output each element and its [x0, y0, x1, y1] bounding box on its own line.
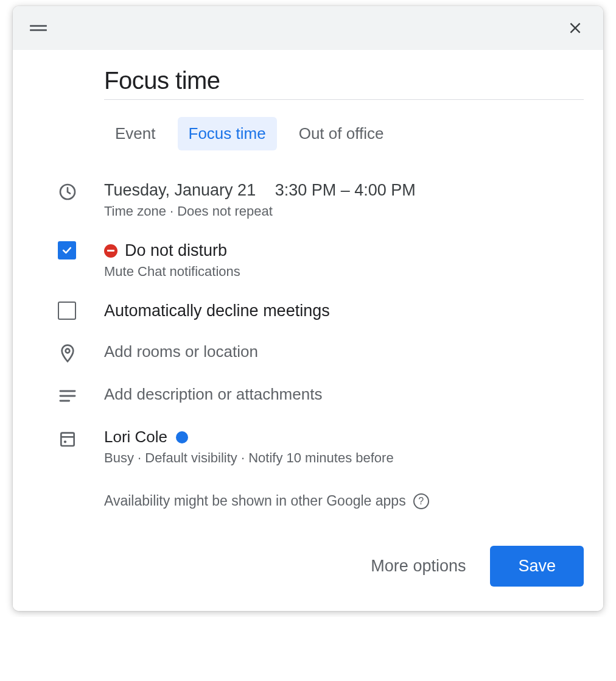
help-icon[interactable]: ? — [413, 493, 429, 509]
datetime-text: Tuesday, January 21 3:30 PM – 4:00 PM — [104, 181, 584, 200]
auto-decline-checkbox[interactable] — [58, 302, 76, 320]
do-not-disturb-icon — [104, 244, 117, 258]
svg-point-1 — [66, 349, 70, 353]
date-text: Tuesday, January 21 — [104, 181, 256, 199]
title-input[interactable] — [104, 67, 584, 100]
clock-icon — [58, 182, 77, 202]
tab-focus-time[interactable]: Focus time — [178, 117, 277, 150]
availability-note-text: Availability might be shown in other Goo… — [104, 493, 406, 509]
tab-out-of-office[interactable]: Out of office — [288, 117, 395, 150]
time-text: 3:30 PM – 4:00 PM — [275, 181, 416, 199]
calendar-owner-name: Lori Cole — [104, 428, 167, 446]
check-icon — [61, 244, 73, 256]
event-quick-create-modal: Event Focus time Out of office Tuesday, … — [13, 6, 603, 611]
availability-note-row: Availability might be shown in other Goo… — [104, 493, 584, 509]
svg-rect-2 — [61, 433, 74, 446]
dnd-label: Do not disturb — [125, 241, 227, 260]
location-icon — [58, 344, 77, 363]
description-row[interactable]: Add description or attachments — [32, 385, 584, 406]
dnd-checkbox[interactable] — [58, 241, 76, 259]
close-button[interactable] — [564, 17, 586, 39]
auto-decline-row: Automatically decline meetings — [32, 302, 584, 320]
calendar-icon — [58, 429, 77, 448]
close-icon — [567, 20, 583, 36]
more-options-button[interactable]: More options — [371, 557, 466, 576]
save-button[interactable]: Save — [490, 546, 584, 587]
location-placeholder: Add rooms or location — [104, 342, 584, 361]
location-row[interactable]: Add rooms or location — [32, 342, 584, 363]
calendar-color-dot — [176, 431, 188, 443]
svg-point-3 — [64, 440, 66, 443]
modal-header — [13, 6, 603, 50]
modal-footer: More options Save — [32, 546, 584, 587]
datetime-subtext: Time zone · Does not repeat — [104, 203, 584, 219]
drag-handle-icon[interactable] — [30, 23, 47, 33]
event-type-tabs: Event Focus time Out of office — [104, 117, 584, 150]
calendar-owner-row[interactable]: Lori Cole Busy · Default visibility · No… — [32, 428, 584, 466]
calendar-subtext: Busy · Default visibility · Notify 10 mi… — [104, 450, 584, 466]
tab-event[interactable]: Event — [104, 117, 167, 150]
dnd-row: Do not disturb Mute Chat notifications — [32, 241, 584, 280]
auto-decline-label: Automatically decline meetings — [104, 302, 584, 320]
description-placeholder: Add description or attachments — [104, 385, 584, 404]
description-icon — [58, 386, 77, 406]
datetime-row[interactable]: Tuesday, January 21 3:30 PM – 4:00 PM Ti… — [32, 181, 584, 219]
dnd-subtext: Mute Chat notifications — [104, 264, 584, 280]
modal-body: Event Focus time Out of office Tuesday, … — [13, 50, 603, 611]
